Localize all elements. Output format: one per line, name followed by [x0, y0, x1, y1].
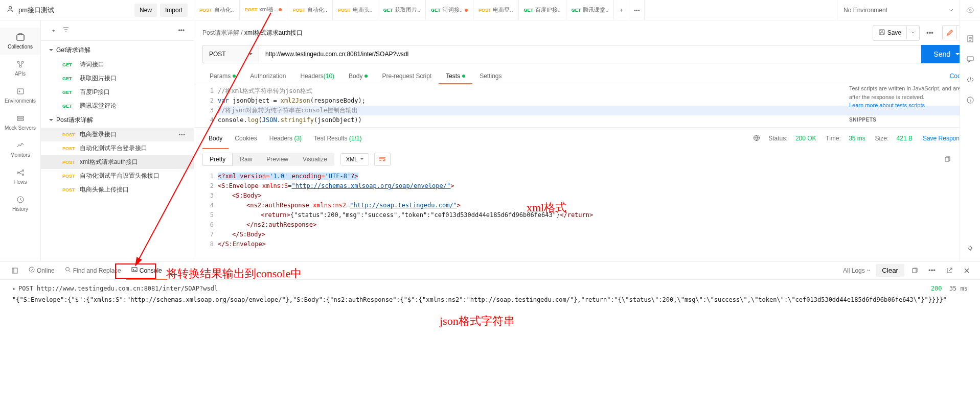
resp-tab-body[interactable]: Body — [202, 131, 229, 146]
tab-headers[interactable]: Headers (10) — [293, 68, 341, 84]
sidebar-item[interactable]: GET百度IP接口 — [41, 85, 194, 99]
copy-icon[interactable] — [940, 152, 954, 166]
environment-selector[interactable]: No Environment — [837, 0, 960, 20]
save-dropdown[interactable] — [906, 26, 919, 39]
log-filter[interactable]: All Logs — [838, 261, 876, 280]
tab-add-button[interactable]: ＋ — [614, 0, 629, 20]
resp-tab-results[interactable]: Test Results (1/1) — [308, 131, 368, 146]
unsaved-dot — [279, 8, 282, 11]
sidebar-item[interactable]: POST电商头像上传接口 — [41, 183, 194, 197]
copy-icon[interactable] — [907, 263, 922, 278]
environment-preview-button[interactable] — [960, 0, 980, 20]
add-icon[interactable]: ＋ — [50, 26, 56, 35]
sidebar-item-active[interactable]: POSTxml格式请求auth接口 — [41, 155, 194, 169]
tab-settings[interactable]: Settings — [472, 68, 509, 84]
tab-5[interactable]: GET诗词接.. — [426, 0, 473, 20]
more-icon[interactable]: ••• — [178, 27, 185, 34]
log-status: 200 35 ms — [931, 285, 968, 292]
info-icon[interactable] — [962, 92, 978, 108]
tab-6[interactable]: POST电商登.. — [473, 0, 519, 20]
mock-servers-icon — [16, 114, 25, 123]
docs-icon[interactable] — [962, 31, 978, 47]
svg-rect-20 — [967, 57, 973, 61]
tab-3[interactable]: POST电商头.. — [333, 0, 378, 20]
sidebar-item[interactable]: POST电商登录接口 — [41, 128, 194, 141]
tab-more-button[interactable]: ••• — [629, 0, 645, 20]
tab-body[interactable]: Body — [341, 68, 375, 84]
chevron-down-icon — [948, 8, 953, 13]
breadcrumb-bar: Post请求详解 / xml格式请求auth接口 Save ••• — [194, 20, 980, 45]
folder-get[interactable]: Get请求详解 — [41, 43, 194, 58]
response-body[interactable]: 12345678 <?xml version='1.0' encoding='U… — [194, 170, 980, 251]
svg-rect-6 — [17, 89, 24, 94]
search-icon — [65, 267, 71, 274]
script-editor[interactable]: 1234 //将xml格式字符串转为json格式 var jsonObject … — [194, 84, 980, 127]
globe-icon[interactable] — [753, 134, 760, 143]
resp-tab-cookies[interactable]: Cookies — [229, 131, 263, 146]
view-raw[interactable]: Raw — [233, 153, 259, 166]
online-status[interactable]: Online — [24, 261, 60, 280]
sidebar-item[interactable]: POST自动化测试平台设置头像接口 — [41, 169, 194, 183]
check-icon — [29, 267, 35, 274]
tab-2[interactable]: POST自动化.. — [287, 0, 333, 20]
tab-prerequest[interactable]: Pre-request Script — [375, 68, 439, 84]
resp-code[interactable]: <?xml version='1.0' encoding='UTF-8'?> <… — [218, 172, 972, 249]
svg-rect-17 — [945, 157, 949, 161]
method-selector[interactable]: POST — [202, 45, 259, 63]
tab-authorization[interactable]: Authorization — [243, 68, 293, 84]
sidebar-item[interactable]: GET诗词接口 — [41, 58, 194, 71]
sidebar-item[interactable]: GET获取图片接口 — [41, 71, 194, 85]
svg-rect-2 — [17, 35, 24, 40]
view-pretty[interactable]: Pretty — [202, 153, 233, 166]
resp-tab-headers[interactable]: Headers (3) — [263, 131, 308, 146]
tab-tests[interactable]: Tests — [439, 68, 472, 84]
workspace-name[interactable]: pm接口测试 — [18, 6, 131, 15]
filter-icon[interactable] — [62, 26, 70, 35]
view-visualize[interactable]: Visualize — [295, 153, 334, 166]
folder-post[interactable]: Post请求详解 — [41, 113, 194, 128]
expand-toggle[interactable]: ▸ — [12, 285, 18, 292]
popout-icon[interactable] — [942, 263, 956, 278]
save-button-group: Save — [873, 25, 920, 41]
find-replace-button[interactable]: Find and Replace — [60, 261, 126, 280]
rail-mock-servers[interactable]: Mock Servers — [0, 109, 40, 136]
tab-0[interactable]: POST自动化.. — [194, 0, 240, 20]
new-button[interactable]: New — [134, 4, 157, 17]
svg-rect-27 — [913, 269, 916, 273]
log-request-line[interactable]: ▸ POST http://www.testingedu.com.cn:8081… — [12, 284, 968, 293]
clear-button[interactable]: Clear — [876, 264, 904, 277]
more-actions-button[interactable]: ••• — [923, 26, 937, 40]
rail-history[interactable]: History — [0, 190, 40, 217]
comments-icon[interactable] — [962, 51, 978, 67]
bulb-icon[interactable] — [962, 240, 978, 257]
more-icon[interactable]: ••• — [925, 263, 939, 278]
format-selector[interactable]: XML — [340, 153, 370, 165]
content-area: Post请求详解 / xml格式请求auth接口 Save ••• POST S… — [194, 20, 980, 261]
wrap-button[interactable] — [374, 153, 391, 166]
tab-7[interactable]: GET百度IP接.. — [519, 0, 566, 20]
rail-monitors[interactable]: Monitors — [0, 136, 40, 163]
tab-params[interactable]: Params — [202, 68, 243, 84]
close-icon[interactable] — [960, 263, 974, 278]
sidebar-item[interactable]: POST自动化测试平台登录接口 — [41, 141, 194, 155]
layout-toggle[interactable] — [6, 261, 24, 280]
sidebar-header: ＋ ••• — [41, 20, 194, 41]
tab-1[interactable]: POSTxml格.. — [240, 0, 288, 20]
save-button[interactable]: Save — [873, 26, 906, 40]
rail-apis[interactable]: APIs — [0, 55, 40, 82]
view-preview[interactable]: Preview — [259, 153, 295, 166]
code-icon[interactable] — [962, 71, 978, 88]
tab-4[interactable]: GET获取图片.. — [378, 0, 426, 20]
pencil-icon[interactable] — [943, 26, 957, 40]
sidebar-item[interactable]: GET腾讯课堂评论 — [41, 99, 194, 113]
tab-8[interactable]: GET腾讯课堂.. — [566, 0, 614, 20]
console-button[interactable]: Console — [126, 261, 167, 280]
svg-point-25 — [65, 268, 69, 271]
rail-collections[interactable]: Collections — [0, 28, 40, 55]
url-input[interactable] — [259, 45, 922, 63]
rail-flows[interactable]: Flows — [0, 163, 40, 190]
rail-environments[interactable]: Environments — [0, 82, 40, 109]
learn-more-link[interactable]: Learn more about tests scripts — [849, 102, 925, 108]
console-body[interactable]: ▸ POST http://www.testingedu.com.cn:8081… — [0, 280, 980, 310]
import-button[interactable]: Import — [160, 4, 188, 17]
